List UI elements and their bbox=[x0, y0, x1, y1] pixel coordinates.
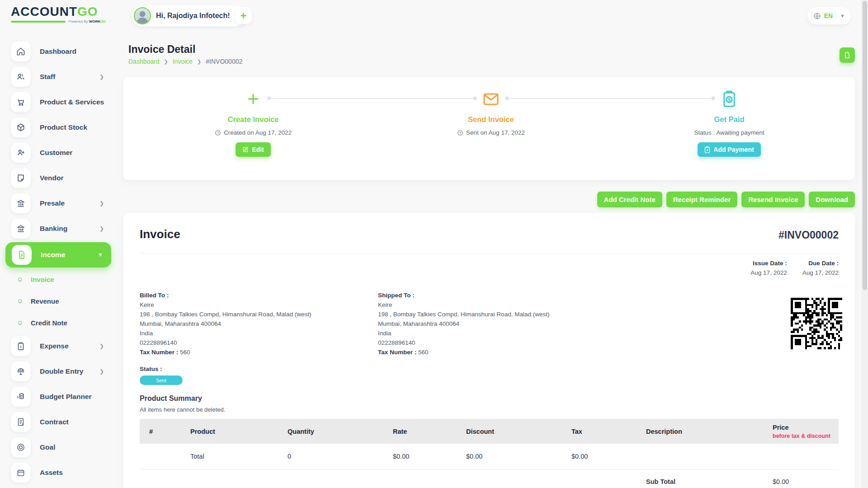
language-selector[interactable]: EN ▼ bbox=[807, 7, 851, 24]
user-greeting: Hi, Rajodiya Infotech! bbox=[156, 12, 230, 20]
shipped-country: India bbox=[378, 328, 595, 338]
sidebar-item-goal[interactable]: Goal bbox=[0, 435, 118, 460]
due-date: Due Date : Aug 17, 2022 bbox=[802, 260, 839, 276]
clipboard-dollar-icon: $ bbox=[657, 90, 802, 108]
billed-to-block: Billed To : Keire 198 , Bombay Talkies C… bbox=[140, 291, 357, 357]
divider bbox=[140, 253, 839, 253]
billed-phone: 02228896140 bbox=[140, 338, 357, 347]
breadcrumb-dashboard[interactable]: Dashboard bbox=[128, 58, 160, 65]
svg-text:$: $ bbox=[20, 345, 22, 349]
resend-invoice-button[interactable]: Resend Invoice bbox=[741, 192, 805, 207]
chevron-right-icon: ❯ bbox=[164, 59, 168, 65]
svg-text:$: $ bbox=[707, 149, 708, 151]
scrollbar-thumb[interactable] bbox=[863, 1, 867, 290]
edit-invoice-button[interactable]: Edit bbox=[236, 142, 270, 157]
export-document-button[interactable] bbox=[840, 47, 855, 63]
invoice-detail-card: Invoice #INVO00002 Issue Date : Aug 17, … bbox=[123, 213, 855, 488]
col-index: # bbox=[140, 419, 190, 444]
bullet-icon bbox=[18, 321, 22, 325]
sidebar-item-assets[interactable]: Assets bbox=[0, 460, 118, 485]
sidebar-subitem-credit-note[interactable]: Credit Note bbox=[0, 312, 118, 333]
users-icon bbox=[11, 67, 31, 87]
timeline-step-create-invoice: Create Invoice Created on Aug 17, 2022 E… bbox=[181, 77, 326, 157]
receipt-reminder-button[interactable]: Receipt Reminder bbox=[666, 192, 738, 207]
billed-tax-number: Tax Number : 560 bbox=[140, 347, 357, 357]
scrollbar-track[interactable] bbox=[862, 0, 868, 488]
chevron-right-icon: ❯ bbox=[99, 368, 104, 375]
sidebar-item-vendor[interactable]: Vendor bbox=[0, 165, 118, 191]
home-icon bbox=[11, 42, 31, 61]
invoice-dates: Issue Date : Aug 17, 2022 Due Date : Aug… bbox=[750, 260, 839, 276]
chevron-right-icon: ❯ bbox=[99, 74, 104, 80]
shipped-to-block: Shipped To : Keire 198 , Bombay Talkies … bbox=[378, 291, 595, 357]
file-icon bbox=[844, 52, 851, 59]
breadcrumb-current: #INVO00002 bbox=[206, 58, 242, 65]
download-button[interactable]: Download bbox=[809, 192, 855, 207]
col-rate: Rate bbox=[393, 419, 466, 444]
note-icon bbox=[11, 168, 31, 188]
chevron-down-icon: ▼ bbox=[98, 252, 103, 258]
table-total-row: Total 0 $0.00 $0.00 $0.00 bbox=[140, 444, 839, 469]
sidebar-item-staff[interactable]: Staff ❯ bbox=[0, 64, 118, 89]
logo-powered-text: Powered By WORKDO bbox=[68, 19, 106, 23]
sidebar-item-product-services[interactable]: Product & Services bbox=[0, 89, 118, 115]
col-tax: Tax bbox=[571, 419, 646, 444]
product-summary-table: # Product Quantity Rate Discount Tax Des… bbox=[140, 419, 839, 488]
col-discount: Discount bbox=[466, 419, 571, 444]
add-payment-button[interactable]: $ Add Payment bbox=[698, 142, 760, 157]
svg-text:$: $ bbox=[17, 395, 19, 399]
plus-icon bbox=[181, 90, 326, 108]
shipped-phone: 02228896140 bbox=[378, 338, 595, 347]
shipped-address2: Mumbai, Maharashtra 400064 bbox=[378, 319, 595, 328]
clipboard-dollar-icon: $ bbox=[11, 336, 31, 356]
sidebar-item-dashboard[interactable]: Dashboard bbox=[0, 39, 118, 64]
sidebar-item-contract[interactable]: $ Contract bbox=[0, 409, 118, 435]
col-quantity: Quantity bbox=[288, 419, 393, 444]
add-credit-note-button[interactable]: Add Credit Note bbox=[597, 192, 662, 207]
chevron-right-icon: ❯ bbox=[99, 225, 104, 232]
language-label: EN bbox=[824, 12, 833, 19]
status-badge: Sent bbox=[140, 375, 183, 385]
target-icon bbox=[11, 437, 31, 457]
total-discount: $0.00 bbox=[466, 444, 571, 469]
invoice-doc-icon bbox=[12, 245, 32, 265]
total-quantity: 0 bbox=[288, 444, 393, 469]
chevron-right-icon: ❯ bbox=[197, 59, 201, 65]
sidebar-subitem-revenue[interactable]: Revenue bbox=[0, 290, 118, 312]
product-summary-note: All items here cannot be deleted. bbox=[140, 406, 225, 413]
sidebar-item-product-stock[interactable]: Product Stock bbox=[0, 115, 118, 140]
qr-code bbox=[791, 298, 842, 349]
sidebar-item-presale[interactable]: Presale ❯ bbox=[0, 191, 118, 216]
clock-icon bbox=[457, 130, 463, 136]
invoice-heading: Invoice bbox=[140, 227, 180, 241]
user-plus-icon bbox=[11, 143, 31, 163]
product-summary-title: Product Summary bbox=[140, 394, 202, 403]
avatar bbox=[134, 7, 151, 24]
svg-text:$: $ bbox=[728, 97, 731, 102]
scales-icon bbox=[11, 361, 31, 381]
svg-text:$: $ bbox=[22, 422, 24, 426]
chevron-down-icon: ▼ bbox=[840, 13, 845, 19]
app-logo[interactable]: ACCOUNTGO Powered By WORKDO bbox=[11, 5, 106, 23]
timeline-step-get-paid: $ Get Paid Status : Awaiting payment $ A… bbox=[657, 77, 802, 157]
sidebar-item-expense[interactable]: $ Expense ❯ bbox=[0, 333, 118, 359]
sidebar-item-double-entry[interactable]: Double Entry ❯ bbox=[0, 359, 118, 384]
subtotal-label: Sub Total bbox=[646, 469, 773, 488]
billed-address1: 198 , Bombay Talkies Compd, Himanshurai … bbox=[140, 310, 357, 319]
user-menu[interactable]: Hi, Rajodiya Infotech! ▼ bbox=[132, 5, 246, 26]
sidebar-subitem-invoice[interactable]: Invoice bbox=[0, 268, 118, 290]
chevron-right-icon: ❯ bbox=[99, 200, 104, 206]
sidebar-item-budget-planner[interactable]: $ Budget Planner bbox=[0, 384, 118, 409]
box-icon bbox=[11, 117, 31, 137]
sidebar-item-customer[interactable]: Customer bbox=[0, 140, 118, 165]
clipboard-icon: $ bbox=[704, 146, 710, 153]
sidebar-item-income[interactable]: Income ▼ bbox=[5, 242, 111, 267]
bullet-icon bbox=[18, 299, 22, 303]
price-note: before tax & discount bbox=[773, 433, 839, 439]
sidebar-item-banking[interactable]: Banking ❯ bbox=[0, 216, 118, 241]
breadcrumb-invoice[interactable]: Invoice bbox=[173, 58, 193, 65]
billed-name: Keire bbox=[140, 300, 357, 310]
add-button[interactable]: + bbox=[235, 7, 252, 24]
table-header-row: # Product Quantity Rate Discount Tax Des… bbox=[140, 419, 839, 444]
table-subtotal-row: Sub Total $0.00 bbox=[140, 469, 839, 488]
